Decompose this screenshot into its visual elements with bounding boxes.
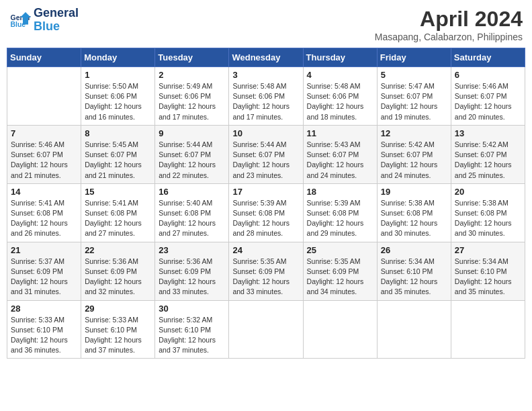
logo: General Blue General Blue [9,7,79,34]
calendar-week: 21Sunrise: 5:37 AM Sunset: 6:09 PM Dayli… [7,242,525,300]
title-area: April 2024 Masapang, Calabarzon, Philipp… [375,7,523,42]
day-info: Sunrise: 5:35 AM Sunset: 6:09 PM Dayligh… [307,257,373,298]
logo-line2: Blue [34,20,79,34]
day-number: 30 [159,304,225,314]
calendar-cell [303,300,377,359]
day-info: Sunrise: 5:41 AM Sunset: 6:08 PM Dayligh… [11,198,77,239]
calendar-cell [7,67,81,126]
day-number: 28 [11,304,77,314]
calendar-cell: 10Sunrise: 5:44 AM Sunset: 6:07 PM Dayli… [229,125,303,183]
day-number: 11 [307,128,373,138]
calendar-header: SundayMondayTuesdayWednesdayThursdayFrid… [7,48,525,67]
day-info: Sunrise: 5:48 AM Sunset: 6:06 PM Dayligh… [307,81,373,122]
header-day: Saturday [451,48,525,67]
day-info: Sunrise: 5:33 AM Sunset: 6:10 PM Dayligh… [85,315,151,356]
day-info: Sunrise: 5:39 AM Sunset: 6:08 PM Dayligh… [307,198,373,239]
page-header: General Blue General Blue April 2024 Mas… [7,7,525,42]
calendar-cell: 20Sunrise: 5:38 AM Sunset: 6:08 PM Dayli… [451,183,525,242]
day-number: 6 [455,70,521,80]
calendar-cell: 11Sunrise: 5:43 AM Sunset: 6:07 PM Dayli… [303,125,377,183]
day-number: 29 [85,304,151,314]
day-number: 16 [159,187,225,197]
day-info: Sunrise: 5:50 AM Sunset: 6:06 PM Dayligh… [85,81,151,122]
day-number: 10 [232,128,299,138]
calendar-cell: 6Sunrise: 5:46 AM Sunset: 6:07 PM Daylig… [451,67,525,126]
calendar-week: 14Sunrise: 5:41 AM Sunset: 6:08 PM Dayli… [7,183,525,242]
day-number: 9 [159,128,225,138]
calendar-cell [229,300,303,359]
calendar-cell: 19Sunrise: 5:38 AM Sunset: 6:08 PM Dayli… [377,183,451,242]
calendar-cell: 23Sunrise: 5:36 AM Sunset: 6:09 PM Dayli… [155,242,229,300]
day-info: Sunrise: 5:46 AM Sunset: 6:07 PM Dayligh… [11,140,77,181]
day-number: 27 [455,245,521,255]
calendar-week: 1Sunrise: 5:50 AM Sunset: 6:06 PM Daylig… [7,67,525,126]
day-info: Sunrise: 5:41 AM Sunset: 6:08 PM Dayligh… [85,198,151,239]
day-number: 23 [159,245,225,255]
logo-line1: General [34,7,79,20]
calendar-cell: 17Sunrise: 5:39 AM Sunset: 6:08 PM Dayli… [229,183,303,242]
calendar-cell: 18Sunrise: 5:39 AM Sunset: 6:08 PM Dayli… [303,183,377,242]
calendar-cell: 8Sunrise: 5:45 AM Sunset: 6:07 PM Daylig… [81,125,155,183]
day-info: Sunrise: 5:42 AM Sunset: 6:07 PM Dayligh… [381,140,447,181]
header-day: Friday [377,48,451,67]
day-info: Sunrise: 5:42 AM Sunset: 6:07 PM Dayligh… [455,140,521,181]
day-info: Sunrise: 5:44 AM Sunset: 6:07 PM Dayligh… [159,140,225,181]
day-info: Sunrise: 5:35 AM Sunset: 6:09 PM Dayligh… [232,257,299,298]
header-day: Thursday [303,48,377,67]
day-info: Sunrise: 5:45 AM Sunset: 6:07 PM Dayligh… [85,140,151,181]
calendar-cell: 15Sunrise: 5:41 AM Sunset: 6:08 PM Dayli… [81,183,155,242]
day-number: 4 [307,70,373,80]
day-number: 20 [455,187,521,197]
day-info: Sunrise: 5:47 AM Sunset: 6:07 PM Dayligh… [381,81,447,122]
header-day: Monday [81,48,155,67]
day-number: 25 [307,245,373,255]
day-number: 17 [232,187,299,197]
calendar-cell: 2Sunrise: 5:49 AM Sunset: 6:06 PM Daylig… [155,67,229,126]
day-number: 3 [232,70,299,80]
day-number: 1 [85,70,151,80]
day-info: Sunrise: 5:36 AM Sunset: 6:09 PM Dayligh… [159,257,225,298]
day-info: Sunrise: 5:38 AM Sunset: 6:08 PM Dayligh… [381,198,447,239]
day-number: 15 [85,187,151,197]
calendar-cell: 21Sunrise: 5:37 AM Sunset: 6:09 PM Dayli… [7,242,81,300]
day-info: Sunrise: 5:34 AM Sunset: 6:10 PM Dayligh… [455,257,521,298]
calendar-cell: 22Sunrise: 5:36 AM Sunset: 6:09 PM Dayli… [81,242,155,300]
calendar-table: SundayMondayTuesdayWednesdayThursdayFrid… [7,48,525,359]
calendar-cell: 14Sunrise: 5:41 AM Sunset: 6:08 PM Dayli… [7,183,81,242]
month-title: April 2024 [375,7,523,32]
day-info: Sunrise: 5:39 AM Sunset: 6:08 PM Dayligh… [232,198,299,239]
calendar-cell [377,300,451,359]
calendar-cell: 16Sunrise: 5:40 AM Sunset: 6:08 PM Dayli… [155,183,229,242]
logo-icon: General Blue [9,9,31,31]
header-row: SundayMondayTuesdayWednesdayThursdayFrid… [7,48,525,67]
header-day: Sunday [7,48,81,67]
day-number: 13 [455,128,521,138]
day-info: Sunrise: 5:32 AM Sunset: 6:10 PM Dayligh… [159,315,225,356]
calendar-cell: 30Sunrise: 5:32 AM Sunset: 6:10 PM Dayli… [155,300,229,359]
day-number: 18 [307,187,373,197]
day-info: Sunrise: 5:48 AM Sunset: 6:06 PM Dayligh… [232,81,299,122]
calendar-cell: 24Sunrise: 5:35 AM Sunset: 6:09 PM Dayli… [229,242,303,300]
header-day: Tuesday [155,48,229,67]
day-info: Sunrise: 5:36 AM Sunset: 6:09 PM Dayligh… [85,257,151,298]
calendar-cell: 5Sunrise: 5:47 AM Sunset: 6:07 PM Daylig… [377,67,451,126]
calendar-cell: 1Sunrise: 5:50 AM Sunset: 6:06 PM Daylig… [81,67,155,126]
calendar-cell: 27Sunrise: 5:34 AM Sunset: 6:10 PM Dayli… [451,242,525,300]
calendar-body: 1Sunrise: 5:50 AM Sunset: 6:06 PM Daylig… [7,67,525,359]
calendar-cell: 7Sunrise: 5:46 AM Sunset: 6:07 PM Daylig… [7,125,81,183]
calendar-cell: 4Sunrise: 5:48 AM Sunset: 6:06 PM Daylig… [303,67,377,126]
day-number: 26 [381,245,447,255]
day-info: Sunrise: 5:43 AM Sunset: 6:07 PM Dayligh… [307,140,373,181]
day-number: 14 [11,187,77,197]
day-info: Sunrise: 5:33 AM Sunset: 6:10 PM Dayligh… [11,315,77,356]
day-number: 21 [11,245,77,255]
calendar-cell: 12Sunrise: 5:42 AM Sunset: 6:07 PM Dayli… [377,125,451,183]
day-number: 24 [232,245,299,255]
day-info: Sunrise: 5:37 AM Sunset: 6:09 PM Dayligh… [11,257,77,298]
calendar-cell: 9Sunrise: 5:44 AM Sunset: 6:07 PM Daylig… [155,125,229,183]
calendar-cell: 26Sunrise: 5:34 AM Sunset: 6:10 PM Dayli… [377,242,451,300]
day-number: 5 [381,70,447,80]
day-number: 12 [381,128,447,138]
day-number: 19 [381,187,447,197]
calendar-week: 28Sunrise: 5:33 AM Sunset: 6:10 PM Dayli… [7,300,525,359]
